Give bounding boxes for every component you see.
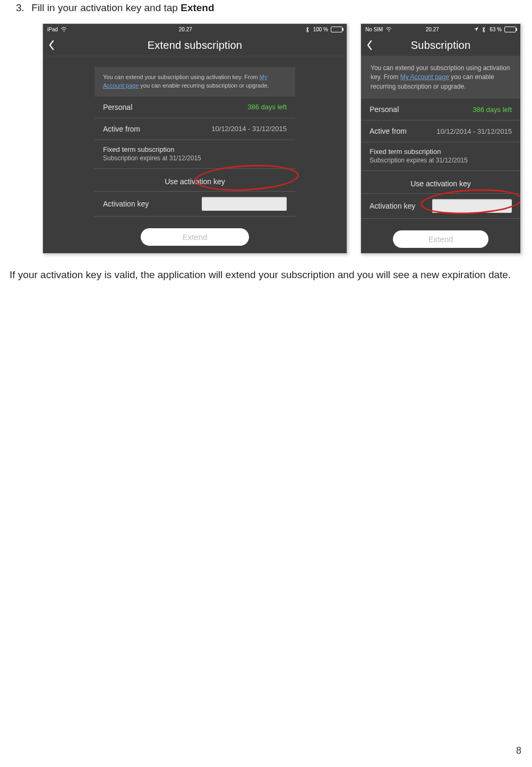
iphone-screenshot: No SIM 20.27 63 % — [361, 23, 521, 254]
activation-key-row: Activation key — [95, 191, 295, 217]
bluetooth-icon — [482, 27, 487, 32]
wifi-icon — [61, 27, 66, 32]
step-number: 3. — [16, 2, 29, 14]
battery-icon — [331, 27, 342, 32]
activation-key-input[interactable] — [202, 197, 287, 211]
fixed-term-row: Fixed term subscription Subscription exp… — [95, 140, 295, 169]
back-button[interactable] — [48, 40, 55, 50]
activation-key-input[interactable] — [432, 199, 512, 213]
fixed-term-l2: Subscription expires at 31/12/2015 — [370, 157, 512, 164]
plan-row: Personal 386 days left — [361, 99, 520, 120]
extend-button[interactable]: Extend — [393, 230, 488, 248]
plan-row: Personal 386 days left — [95, 97, 295, 118]
fixed-term-l2: Subscription expires at 31/12/2015 — [103, 154, 287, 162]
page-title: Extend subscription — [148, 39, 242, 51]
result-paragraph: If your activation key is valid, the app… — [10, 269, 525, 282]
ipad-screenshot: iPad 20.27 100 % Extend — [42, 23, 347, 254]
battery-percent: 100 % — [313, 27, 328, 32]
nav-bar: Extend subscription — [43, 35, 347, 56]
page-title: Subscription — [411, 39, 470, 51]
active-label: Active from — [370, 127, 407, 135]
fixed-term-row: Fixed term subscription Subscription exp… — [361, 142, 520, 171]
battery-icon — [504, 27, 516, 32]
info-banner: You can extend your subscription using a… — [95, 67, 295, 97]
info-banner: You can extend your subscription using a… — [361, 56, 520, 99]
section-header: Use activation key — [361, 171, 520, 193]
days-left: 386 days left — [247, 103, 287, 111]
wifi-icon — [385, 27, 391, 32]
sim-label: No SIM — [365, 27, 383, 32]
days-left: 386 days left — [473, 106, 512, 114]
fixed-term-l1: Fixed term subscription — [103, 145, 287, 153]
status-bar: iPad 20.27 100 % — [43, 24, 347, 35]
extend-button[interactable]: Extend — [141, 228, 249, 246]
activation-key-label: Activation key — [370, 202, 415, 210]
active-range: 10/12/2014 - 31/12/2015 — [436, 127, 512, 135]
fixed-term-l1: Fixed term subscription — [370, 148, 512, 156]
active-row: Active from 10/12/2014 - 31/12/2015 — [95, 118, 295, 140]
activation-key-row: Activation key — [361, 193, 520, 219]
bluetooth-icon — [305, 27, 311, 32]
status-time: 20.27 — [426, 27, 439, 32]
activation-key-label: Activation key — [103, 200, 149, 208]
step-3: 3. Fill in your activation key and tap E… — [16, 2, 527, 14]
device-label: iPad — [47, 27, 58, 32]
step-bold: Extend — [181, 2, 214, 13]
status-time: 20.27 — [179, 27, 192, 32]
plan-label: Personal — [370, 105, 399, 114]
nav-bar: Subscription — [361, 35, 520, 56]
my-account-link[interactable]: My Account page — [400, 73, 449, 81]
active-row: Active from 10/12/2014 - 31/12/2015 — [361, 120, 520, 142]
active-label: Active from — [103, 125, 140, 133]
page-number: 8 — [516, 745, 521, 756]
status-bar: No SIM 20.27 63 % — [361, 24, 520, 35]
active-range: 10/12/2014 - 31/12/2015 — [211, 125, 287, 133]
plan-label: Personal — [103, 103, 132, 111]
location-icon — [474, 27, 479, 32]
battery-percent: 63 % — [490, 27, 502, 32]
back-button[interactable] — [366, 40, 373, 50]
step-text: Fill in your activation key and tap — [31, 2, 181, 13]
section-header: Use activation key — [95, 169, 295, 191]
